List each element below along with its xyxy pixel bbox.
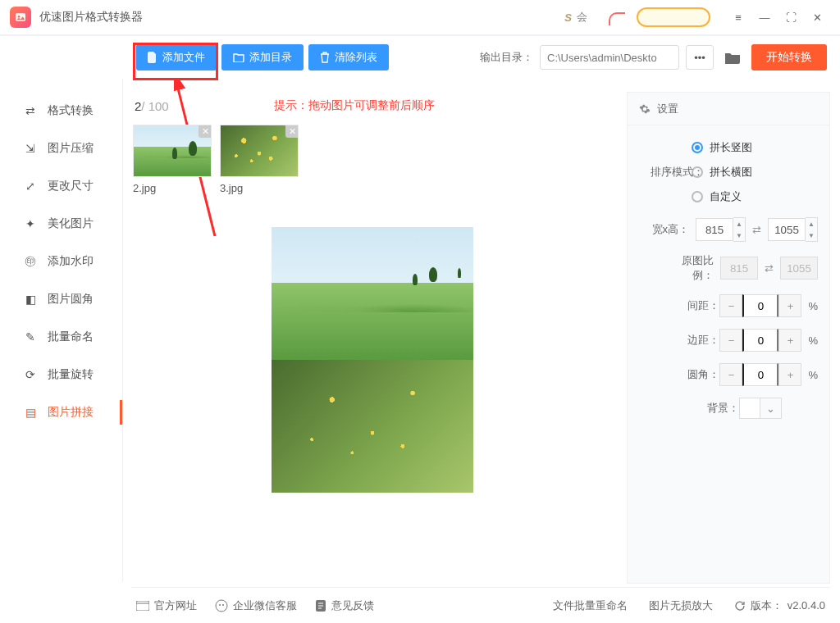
sidebar-icon-5: ◧ xyxy=(23,292,38,307)
layout-radio-2[interactable]: 自定义 xyxy=(692,189,790,204)
settings-panel: 设置 排序模式： 拼长竖图拼长横图自定义 宽x高： ▲▼ ⇄ ▲▼ 原图比例： … xyxy=(627,92,830,584)
width-up[interactable]: ▲ xyxy=(733,218,745,230)
svg-point-4 xyxy=(216,600,227,612)
wh-row: 宽x高： ▲▼ ⇄ ▲▼ xyxy=(639,217,818,242)
sidebar-label-1: 图片压缩 xyxy=(48,141,94,156)
refresh-icon xyxy=(734,600,746,612)
margin-unit: % xyxy=(808,334,818,347)
height-up[interactable]: ▲ xyxy=(806,218,817,230)
promo-badge[interactable] xyxy=(637,7,710,27)
gap-minus[interactable]: − xyxy=(719,294,742,317)
menu-button[interactable]: ≡ xyxy=(725,4,751,30)
bg-color-swatch[interactable] xyxy=(739,398,760,419)
bg-color-dropdown[interactable]: ⌄ xyxy=(760,398,782,419)
height-input[interactable] xyxy=(768,218,806,241)
thumb-1[interactable]: ✕3.jpg xyxy=(220,125,299,194)
layout-radio-1[interactable]: 拼长横图 xyxy=(692,165,790,180)
sidebar-label-5: 图片圆角 xyxy=(48,292,94,307)
minimize-button[interactable]: — xyxy=(751,4,778,30)
lossless-zoom-link[interactable]: 图片无损放大 xyxy=(649,598,713,613)
thumb-image-1[interactable]: ✕ xyxy=(220,125,299,177)
count-current: 2 xyxy=(135,99,141,113)
height-spinner[interactable]: ▲▼ xyxy=(768,217,818,242)
width-down[interactable]: ▼ xyxy=(733,230,745,241)
output-dir-label: 输出目录： xyxy=(480,50,533,65)
add-file-label: 添加文件 xyxy=(162,50,205,65)
radius-label: 圆角： xyxy=(673,367,719,382)
gap-input[interactable] xyxy=(742,294,778,317)
trash-icon xyxy=(320,52,330,63)
clear-label: 清除列表 xyxy=(335,50,377,65)
toolbar: 添加文件 添加目录 清除列表 输出目录： C:\Users\admin\Desk… xyxy=(0,36,840,79)
radius-unit: % xyxy=(808,369,818,381)
gap-label: 间距： xyxy=(673,298,719,313)
radius-plus[interactable]: + xyxy=(778,363,801,386)
layout-mode-label: 排序模式： xyxy=(651,165,704,180)
radio-circle-2[interactable] xyxy=(692,191,703,202)
ratio-h-spinner xyxy=(780,257,818,280)
sidebar-item-3[interactable]: ✦美化图片 xyxy=(0,205,122,243)
maximize-button[interactable]: ⛶ xyxy=(778,4,804,30)
sidebar-item-5[interactable]: ◧图片圆角 xyxy=(0,280,122,318)
preview-image-1 xyxy=(272,227,473,360)
sidebar-item-1[interactable]: ⇲图片压缩 xyxy=(0,130,122,167)
wechat-icon xyxy=(215,599,228,612)
add-file-button[interactable]: 添加文件 xyxy=(136,44,217,70)
gap-plus[interactable]: + xyxy=(778,294,801,317)
ratio-h-input xyxy=(780,257,818,280)
sidebar-label-7: 批量旋转 xyxy=(48,367,94,382)
open-folder-button[interactable] xyxy=(719,45,746,70)
sidebar-item-7[interactable]: ⟳批量旋转 xyxy=(0,356,122,393)
clear-list-button[interactable]: 清除列表 xyxy=(308,44,389,70)
browse-button[interactable]: ••• xyxy=(686,45,714,70)
width-input[interactable] xyxy=(696,218,733,241)
radius-input[interactable] xyxy=(742,363,778,386)
thumb-remove-0[interactable]: ✕ xyxy=(199,125,212,138)
thumb-image-0[interactable]: ✕ xyxy=(133,125,212,177)
close-button[interactable]: ✕ xyxy=(804,4,830,30)
sidebar-item-2[interactable]: ⤢更改尺寸 xyxy=(0,167,122,205)
titlebar: 优速图片格式转换器 S 会 ≡ — ⛶ ✕ xyxy=(0,0,840,36)
swap-icon[interactable]: ⇄ xyxy=(752,224,761,236)
sidebar-item-6[interactable]: ✎批量命名 xyxy=(0,318,122,356)
folder-open-icon xyxy=(724,51,741,64)
thumb-remove-1[interactable]: ✕ xyxy=(285,125,299,138)
sidebar-item-8[interactable]: ▤图片拼接 xyxy=(0,393,122,431)
width-spinner[interactable]: ▲▼ xyxy=(696,217,746,242)
official-site-link[interactable]: 官方网址 xyxy=(136,598,197,613)
sidebar-icon-1: ⇲ xyxy=(23,141,38,156)
sidebar-icon-6: ✎ xyxy=(23,330,38,344)
version-info[interactable]: 版本： v2.0.4.0 xyxy=(734,598,825,613)
count-total: / 100 xyxy=(141,99,168,113)
radio-circle-0[interactable] xyxy=(692,142,703,153)
sidebar-label-6: 批量命名 xyxy=(48,330,94,344)
count-row: 2 / 100 提示：拖动图片可调整前后顺序 xyxy=(131,92,614,125)
thumb-0[interactable]: ✕2.jpg xyxy=(133,125,212,194)
radius-minus[interactable]: − xyxy=(719,363,742,386)
settings-title: 设置 xyxy=(657,102,678,116)
layout-radio-0[interactable]: 拼长竖图 xyxy=(692,140,790,155)
sidebar-item-4[interactable]: ㊞添加水印 xyxy=(0,243,122,280)
margin-minus[interactable]: − xyxy=(719,329,742,352)
swap-icon-2[interactable]: ⇄ xyxy=(765,262,774,275)
sidebar-icon-0: ⇄ xyxy=(23,103,38,118)
settings-header: 设置 xyxy=(628,93,829,125)
gear-icon xyxy=(639,103,651,115)
radio-label-2: 自定义 xyxy=(710,189,742,204)
feedback-link[interactable]: 意见反馈 xyxy=(315,598,374,613)
sidebar-item-0[interactable]: ⇄格式转换 xyxy=(0,92,122,130)
output-dir-field[interactable]: C:\Users\admin\Deskto xyxy=(540,45,679,70)
height-down[interactable]: ▼ xyxy=(806,230,817,241)
wechat-support-link[interactable]: 企业微信客服 xyxy=(215,598,297,613)
start-convert-button[interactable]: 开始转换 xyxy=(751,44,827,70)
main-area: 2 / 100 提示：拖动图片可调整前后顺序 ✕2.jpg✕3.jpg xyxy=(131,92,614,584)
margin-input[interactable] xyxy=(742,329,778,352)
sidebar-label-8: 图片拼接 xyxy=(48,405,94,420)
output-dir-value: C:\Users\admin\Deskto xyxy=(547,52,657,64)
margin-plus[interactable]: + xyxy=(778,329,801,352)
add-folder-button[interactable]: 添加目录 xyxy=(221,44,304,70)
bg-label: 背景： xyxy=(693,401,739,416)
sidebar-icon-8: ▤ xyxy=(23,405,38,420)
title-mid-badge: S 会 xyxy=(564,10,587,25)
batch-rename-link[interactable]: 文件批量重命名 xyxy=(553,598,628,613)
